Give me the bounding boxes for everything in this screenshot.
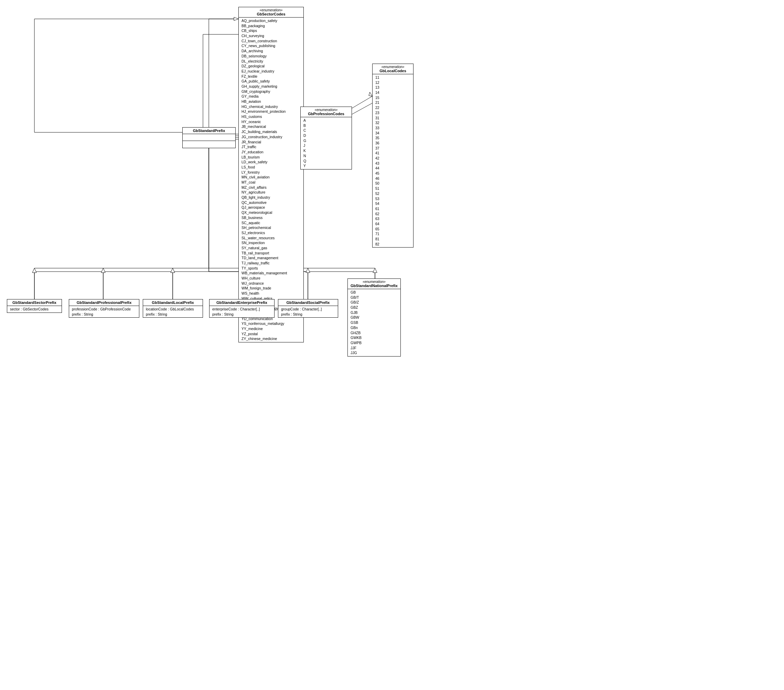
diagram-container: «enumeration» GbSectorCodes AQ_productio… [0, 0, 784, 690]
list-item: N [303, 153, 349, 158]
gb-standard-enterprise-prefix-name: GbStandardEnterprisePrefix [212, 301, 272, 305]
gb-sector-codes-body: AQ_production_safety BB_packaging CB_shi… [239, 18, 303, 342]
list-item: 63 [376, 216, 410, 222]
gb-standard-local-prefix-body: locationCode : GbLocalCodes prefix : Str… [143, 306, 203, 317]
list-item: GY_media [242, 94, 301, 99]
gb-sector-codes-stereotype: «enumeration» [241, 8, 301, 12]
list-item: AQ_production_safety [242, 18, 301, 23]
list-item: GB/T [351, 295, 398, 300]
list-item: HG_chemical_industry [242, 104, 301, 109]
list-item: GWKB [351, 335, 398, 340]
gb-local-codes-box: «enumeration» GbLocalCodes 11 12 13 14 1… [372, 64, 413, 248]
list-item: FZ_textile [242, 74, 301, 79]
gb-standard-national-prefix-stereotype: «enumeration» [350, 280, 399, 284]
list-item: GBZ [351, 305, 398, 310]
list-item: 34 [376, 131, 410, 136]
gb-profession-codes-name: GbProfessionCodes [303, 112, 349, 116]
list-item: YZ_postal [242, 332, 301, 337]
list-item: QC_automotive [242, 200, 301, 205]
gb-standard-prefix-name: GbStandardPrefix [185, 128, 233, 133]
list-item: WJ_ordnance [242, 281, 301, 286]
gb-standard-professional-prefix-name: GbStandardProfessionalPrefix [71, 301, 137, 305]
list-item: D [303, 133, 349, 138]
list-item: 61 [376, 206, 410, 212]
list-item: 11 [376, 75, 410, 80]
list-item: JR_financial [242, 140, 301, 145]
gb-standard-local-prefix-header: GbStandardLocalPrefix [143, 299, 203, 306]
list-item: A [303, 118, 349, 123]
gb-standard-social-prefix-body: groupCode : Character[..] prefix : Strin… [278, 306, 338, 317]
list-item: GBW [351, 315, 398, 320]
list-item: JT_traffic [242, 145, 301, 150]
gb-standard-local-prefix-box: GbStandardLocalPrefix locationCode : GbL… [143, 299, 203, 318]
gb-local-codes-name: GbLocalCodes [375, 69, 411, 73]
svg-marker-30 [32, 268, 36, 273]
gb-profession-codes-stereotype: «enumeration» [303, 108, 349, 112]
list-item: SH_petrochemical [242, 225, 301, 230]
list-item: prefix : String [281, 312, 335, 317]
svg-marker-34 [171, 268, 175, 273]
gb-standard-enterprise-prefix-body: enterpriseCode : Character[..] prefix : … [209, 306, 274, 317]
list-item: QX_meteorological [242, 210, 301, 215]
list-item: SY_natural_gas [242, 245, 301, 251]
gb-local-codes-body: 11 12 13 14 15 21 22 23 31 32 33 34 35 3… [372, 74, 413, 247]
gb-standard-sector-prefix-body: sector : GbSectorCodes [7, 306, 62, 312]
list-item: TB_rail_transport [242, 251, 301, 256]
list-item: JJG [351, 350, 398, 355]
gb-profession-codes-header: «enumeration» GbProfessionCodes [301, 107, 352, 117]
list-item: MT_coal [242, 180, 301, 185]
list-item: GJB [351, 310, 398, 315]
svg-marker-32 [101, 268, 105, 273]
list-item: TD_land_management [242, 255, 301, 261]
list-item: GH_supply_marketing [242, 84, 301, 89]
list-item: 82 [376, 242, 410, 247]
gb-sector-codes-name: GbSectorCodes [241, 12, 301, 16]
list-item: JJF [351, 345, 398, 351]
list-item: G [303, 138, 349, 143]
list-item: HJ_environment_protection [242, 109, 301, 114]
gb-sector-codes-header: «enumeration» GbSectorCodes [239, 7, 303, 18]
list-item: DB_seismology [242, 54, 301, 59]
list-item: 36 [376, 141, 410, 146]
gb-standard-social-prefix-box: GbStandardSocialPrefix groupCode : Chara… [278, 299, 338, 318]
list-item: prefix : String [212, 312, 272, 317]
list-item: 50 [376, 181, 410, 186]
list-item: CJ_town_construction [242, 38, 301, 44]
list-item: MZ_civil_affairs [242, 185, 301, 190]
gb-standard-professional-prefix-header: GbStandardProfessionalPrefix [69, 299, 139, 306]
list-item: 22 [376, 105, 410, 110]
list-item: 31 [376, 115, 410, 121]
gb-local-codes-stereotype: «enumeration» [375, 65, 411, 69]
list-item: EJ_nuclear_industry [242, 69, 301, 74]
list-item: 23 [376, 110, 410, 115]
svg-marker-38 [306, 268, 310, 273]
list-item: LD_work_safety [242, 159, 301, 165]
list-item: locationCode : GbLocalCodes [146, 307, 200, 312]
gb-standard-sector-prefix-header: GbStandardSectorPrefix [7, 299, 62, 306]
list-item: GHZB [351, 330, 398, 335]
list-item: 12 [376, 80, 410, 85]
gb-standard-social-prefix-header: GbStandardSocialPrefix [278, 299, 338, 306]
list-item: JY_education [242, 150, 301, 155]
gb-standard-sector-prefix-name: GbStandardSectorPrefix [9, 301, 59, 305]
list-item: K [303, 148, 349, 153]
list-item: 13 [376, 85, 410, 90]
list-item: HY_oceanic [242, 119, 301, 125]
list-item: 81 [376, 237, 410, 242]
list-item: DA_archiving [242, 48, 301, 54]
gb-standard-enterprise-prefix-header: GbStandardEnterprisePrefix [209, 299, 274, 306]
svg-marker-20 [234, 17, 239, 21]
list-item: 45 [376, 171, 410, 176]
list-item: 33 [376, 125, 410, 131]
gb-standard-national-prefix-header: «enumeration» GbStandardNationalPrefix [348, 279, 400, 289]
list-item: HB_aviation [242, 99, 301, 104]
list-item: YS_nonferrous_metallurgy [242, 321, 301, 326]
gb-standard-national-prefix-box: «enumeration» GbStandardNationalPrefix G… [348, 278, 401, 356]
gb-standard-prefix-empty1 [183, 134, 235, 141]
gb-profession-codes-body: A B C D G J K N Q Y [301, 117, 352, 169]
list-item: 46 [376, 176, 410, 181]
list-item: GBn [351, 325, 398, 330]
gb-local-codes-header: «enumeration» GbLocalCodes [372, 64, 413, 74]
list-item: 64 [376, 222, 410, 227]
list-item: 37 [376, 146, 410, 151]
